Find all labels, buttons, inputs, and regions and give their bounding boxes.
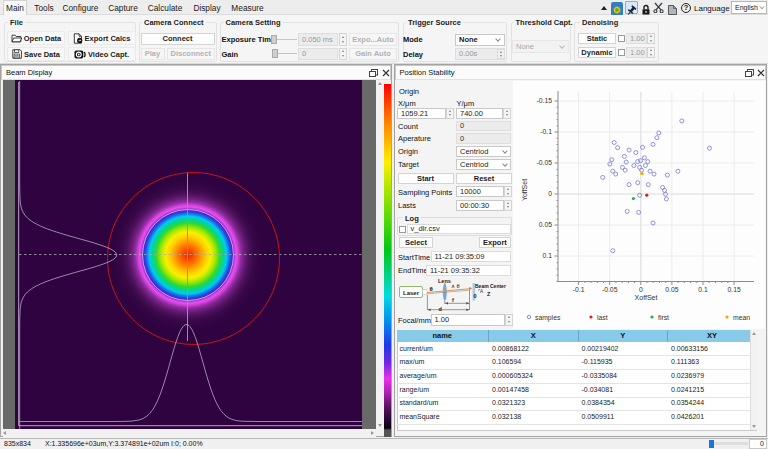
svg-text:YoffSet: YoffSet — [521, 179, 528, 201]
svg-text:-0.1: -0.1 — [573, 286, 585, 293]
svg-text:⌜A: ⌜A — [478, 289, 483, 294]
svg-text:Laser: Laser — [403, 290, 420, 296]
svg-text:d: d — [439, 306, 442, 312]
svg-text:Z: Z — [487, 291, 491, 297]
svg-text:0.05: 0.05 — [665, 286, 678, 293]
svg-text:last: last — [597, 314, 608, 321]
svg-text:first: first — [658, 314, 669, 321]
svg-text:samples: samples — [535, 314, 561, 322]
svg-text:0: 0 — [474, 293, 477, 299]
svg-text:f: f — [452, 297, 454, 303]
svg-text:mean: mean — [733, 314, 750, 321]
svg-text:-0.05: -0.05 — [537, 159, 553, 166]
svg-text:θ: θ — [430, 286, 433, 292]
svg-text:0: 0 — [548, 190, 552, 197]
svg-text:0: 0 — [639, 286, 643, 293]
svg-text:XoffSet: XoffSet — [635, 294, 658, 301]
svg-text:0.1: 0.1 — [543, 252, 553, 259]
svg-text:∧ θ: ∧ θ — [451, 283, 460, 289]
svg-text:0.1: 0.1 — [698, 286, 708, 293]
svg-text:-0.05: -0.05 — [602, 286, 618, 293]
svg-text:0.15: 0.15 — [727, 286, 740, 293]
svg-text:0.05: 0.05 — [539, 221, 552, 228]
svg-text:-0.1: -0.1 — [540, 128, 552, 135]
svg-text:Lens: Lens — [438, 278, 451, 284]
svg-text:-0.15: -0.15 — [537, 97, 553, 104]
